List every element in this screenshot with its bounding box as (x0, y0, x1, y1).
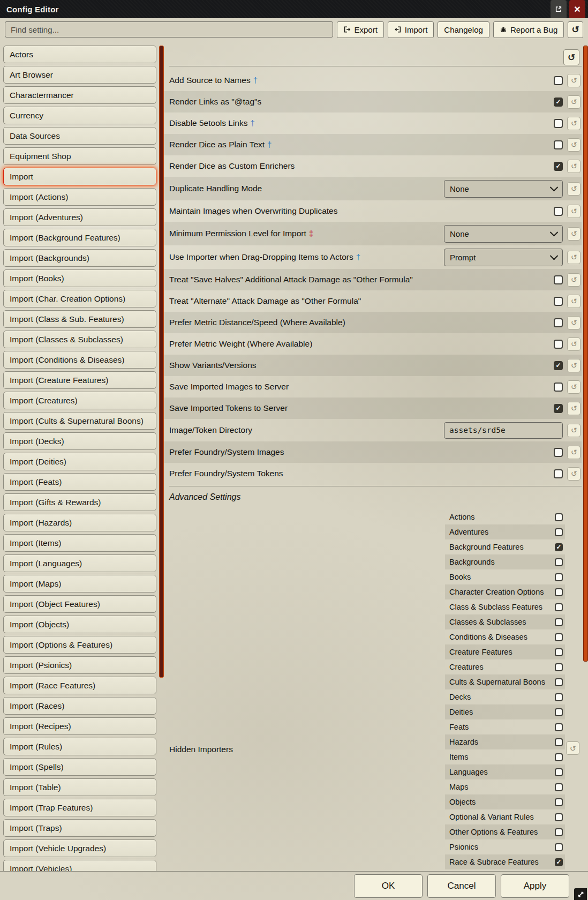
sidebar-item-import-languages[interactable]: Import (Languages) (3, 554, 156, 572)
sidebar-item-import-trap-features[interactable]: Import (Trap Features) (3, 799, 156, 816)
sidebar-item-import-traps[interactable]: Import (Traps) (3, 819, 156, 837)
setting-checkbox[interactable]: ✓ (554, 404, 563, 413)
main-scrollbar-thumb[interactable] (583, 46, 588, 662)
reset-setting-button[interactable]: ↺ (567, 95, 581, 109)
setting-checkbox[interactable] (554, 382, 563, 392)
reset-setting-button[interactable]: ↺ (567, 467, 581, 481)
import-button[interactable]: Import (388, 21, 434, 38)
hidden-importer-checkbox[interactable] (555, 813, 563, 821)
search-input[interactable] (5, 21, 333, 38)
sidebar-item-equipment-shop[interactable]: Equipment Shop (3, 147, 156, 165)
setting-checkbox[interactable] (554, 140, 563, 149)
setting-checkbox[interactable]: ✓ (554, 361, 563, 370)
sidebar-item-import-options-features[interactable]: Import (Options & Features) (3, 636, 156, 654)
hidden-importer-checkbox[interactable]: ✓ (555, 543, 563, 551)
reset-setting-button[interactable]: ↺ (567, 74, 581, 87)
hidden-importer-checkbox[interactable] (555, 573, 563, 581)
sidebar-item-import-cults-supernatural-boons[interactable]: Import (Cults & Supernatural Boons) (3, 412, 156, 430)
cancel-button[interactable]: Cancel (427, 874, 496, 898)
hidden-importer-checkbox[interactable] (555, 798, 563, 806)
sidebar-item-import-books[interactable]: Import (Books) (3, 269, 156, 287)
changelog-button[interactable]: Changelog (438, 21, 489, 38)
sidebar-item-import-creatures[interactable]: Import (Creatures) (3, 392, 156, 409)
hidden-importer-checkbox[interactable] (555, 588, 563, 596)
reset-setting-button[interactable]: ↺ (567, 446, 581, 459)
setting-checkbox[interactable] (554, 340, 563, 349)
sidebar-item-import-classes-subclasses[interactable]: Import (Classes & Subclasses) (3, 331, 156, 348)
close-button[interactable]: ✕ (569, 0, 585, 18)
sidebar-item-import-recipes[interactable]: Import (Recipes) (3, 717, 156, 735)
popout-button[interactable] (551, 0, 567, 18)
reset-setting-button[interactable]: ↺ (567, 424, 581, 437)
reset-hidden-importers-button[interactable]: ↺ (566, 741, 579, 755)
sidebar-item-actors[interactable]: Actors (3, 46, 156, 63)
sidebar-item-import-feats[interactable]: Import (Feats) (3, 473, 156, 491)
hidden-importer-checkbox[interactable] (555, 513, 563, 521)
sidebar-item-import-conditions-diseases[interactable]: Import (Conditions & Diseases) (3, 351, 156, 369)
setting-checkbox[interactable] (554, 318, 563, 327)
hidden-importer-checkbox[interactable] (555, 603, 563, 611)
sidebar-item-import[interactable]: Import (3, 168, 156, 185)
sidebar-item-currency[interactable]: Currency (3, 107, 156, 124)
reset-setting-button[interactable]: ↺ (567, 138, 581, 152)
setting-select[interactable]: None (444, 225, 563, 243)
hidden-importer-checkbox[interactable] (555, 723, 563, 731)
sidebar-item-import-background-features[interactable]: Import (Background Features) (3, 229, 156, 246)
directory-input[interactable] (444, 422, 563, 439)
hidden-importer-checkbox[interactable] (555, 828, 563, 836)
sidebar-item-import-items[interactable]: Import (Items) (3, 534, 156, 552)
reset-setting-button[interactable]: ↺ (567, 251, 581, 264)
sidebar-item-import-objects[interactable]: Import (Objects) (3, 616, 156, 633)
hidden-importer-checkbox[interactable] (555, 633, 563, 641)
reset-setting-button[interactable]: ↺ (567, 380, 581, 394)
setting-select[interactable]: None (444, 180, 563, 198)
reset-setting-button[interactable]: ↺ (567, 160, 581, 173)
sidebar-item-import-gifts-rewards[interactable]: Import (Gifts & Rewards) (3, 493, 156, 511)
export-button[interactable]: Export (337, 21, 383, 38)
setting-select[interactable]: Prompt (444, 249, 563, 266)
reset-setting-button[interactable]: ↺ (567, 338, 581, 351)
sidebar-item-import-class-sub-features[interactable]: Import (Class & Sub. Features) (3, 310, 156, 328)
sidebar-scrollbar-thumb[interactable] (159, 46, 164, 678)
hidden-importer-checkbox[interactable] (555, 768, 563, 776)
sidebar-item-data-sources[interactable]: Data Sources (3, 127, 156, 145)
hidden-importer-checkbox[interactable] (555, 618, 563, 626)
reset-setting-button[interactable]: ↺ (567, 205, 581, 218)
hidden-importer-checkbox[interactable] (555, 693, 563, 701)
hidden-importer-checkbox[interactable] (555, 708, 563, 716)
hidden-importer-checkbox[interactable] (555, 663, 563, 671)
sidebar-item-import-adventures[interactable]: Import (Adventures) (3, 208, 156, 226)
sidebar-item-import-psionics[interactable]: Import (Psionics) (3, 656, 156, 674)
sidebar-item-import-char-creation-options[interactable]: Import (Char. Creation Options) (3, 290, 156, 308)
reset-setting-button[interactable]: ↺ (567, 316, 581, 329)
reset-setting-button[interactable]: ↺ (567, 402, 581, 415)
setting-checkbox[interactable] (554, 448, 563, 457)
sidebar-item-import-decks[interactable]: Import (Decks) (3, 432, 156, 450)
ok-button[interactable]: OK (354, 874, 423, 898)
sidebar-item-art-browser[interactable]: Art Browser (3, 66, 156, 84)
sidebar-item-import-object-features[interactable]: Import (Object Features) (3, 595, 156, 613)
hidden-importer-checkbox[interactable] (555, 843, 563, 851)
sidebar-item-import-race-features[interactable]: Import (Race Features) (3, 677, 156, 694)
sidebar-item-import-actions[interactable]: Import (Actions) (3, 188, 156, 206)
reset-setting-button[interactable]: ↺ (567, 227, 581, 241)
reset-setting-button[interactable]: ↺ (567, 117, 581, 130)
setting-checkbox[interactable] (554, 297, 563, 306)
hidden-importer-checkbox[interactable]: ✓ (555, 858, 563, 866)
setting-checkbox[interactable] (554, 275, 563, 284)
sidebar-item-import-rules[interactable]: Import (Rules) (3, 738, 156, 755)
setting-checkbox[interactable] (554, 469, 563, 478)
setting-checkbox[interactable] (554, 207, 563, 216)
reset-setting-button[interactable]: ↺ (567, 359, 581, 372)
sidebar-item-import-backgrounds[interactable]: Import (Backgrounds) (3, 249, 156, 267)
hidden-importer-checkbox[interactable] (555, 528, 563, 536)
sidebar-item-import-table[interactable]: Import (Table) (3, 778, 156, 796)
hidden-importer-checkbox[interactable] (555, 678, 563, 686)
hidden-importer-checkbox[interactable] (555, 738, 563, 746)
report-bug-button[interactable]: Report a Bug (493, 21, 564, 38)
sidebar-item-import-vehicle-upgrades[interactable]: Import (Vehicle Upgrades) (3, 839, 156, 857)
sidebar-item-import-vehicles[interactable]: Import (Vehicles) (3, 860, 156, 871)
setting-checkbox[interactable] (554, 76, 563, 85)
sidebar-item-import-hazards[interactable]: Import (Hazards) (3, 514, 156, 531)
setting-checkbox[interactable]: ✓ (554, 98, 563, 107)
